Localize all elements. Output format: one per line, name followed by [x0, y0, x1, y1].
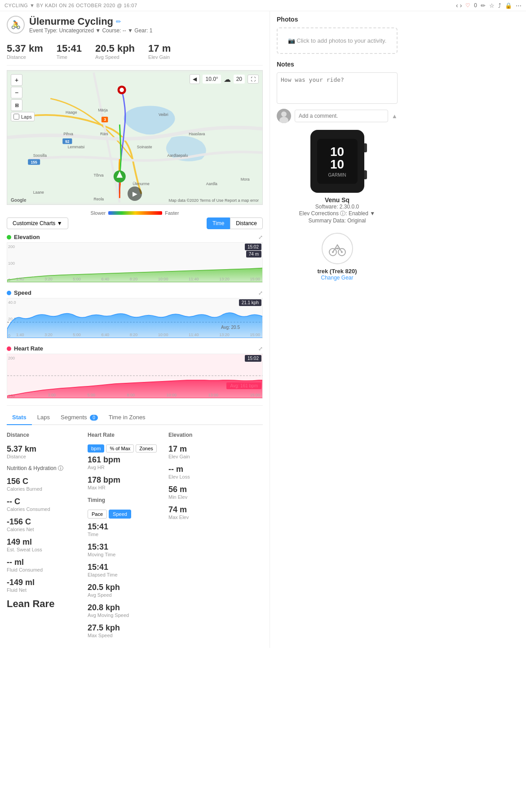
add-photo-box[interactable]: 📷 Click to add photos to your activity. [277, 27, 398, 54]
right-sidebar: Photos 📷 Click to add photos to your act… [270, 11, 404, 648]
map-container: Pihva Haage Lemmatsi Soosilla Märja Räni… [7, 70, 263, 205]
tab-time-in-zones[interactable]: Time in Zones [103, 410, 151, 425]
speed-dot [7, 291, 11, 295]
timing-buttons: Pace Speed [88, 510, 168, 519]
time-block: 15:41 Time [88, 522, 168, 537]
elevation-tooltip: 15:02 [245, 244, 261, 250]
comment-submit-button[interactable]: ▲ [392, 113, 398, 120]
elev-loss-label: Elev Loss [168, 474, 249, 479]
map-arrow-left[interactable]: ◀ [190, 74, 200, 84]
speed-button[interactable]: Speed [109, 510, 131, 519]
watch-button-bottom [364, 170, 367, 179]
heart-rate-title: Heart Rate [7, 345, 43, 352]
avg-moving-speed-block: 20.8 kph Avg Moving Speed [88, 603, 168, 618]
min-elev-label: Min Elev [168, 494, 249, 500]
avg-speed-detail-block: 20.5 kph Avg Speed [88, 583, 168, 598]
elev-gain-value: 17 m [148, 43, 171, 54]
stat-distance: 5.37 km Distance [7, 43, 43, 60]
heart-count: 0 [474, 2, 477, 9]
svg-text:Aardlaepalu: Aardlaepalu [167, 153, 188, 158]
elev-gain-detail-label: Elev Gain [168, 454, 249, 459]
calories-consumed-block: -- C Calories Consumed [7, 497, 88, 512]
pct-max-button[interactable]: % of Max [106, 444, 134, 453]
more-icon[interactable]: ⋯ [516, 2, 522, 9]
avg-hr-value: 161 bpm [88, 455, 168, 465]
zones-button[interactable]: Zones [136, 444, 157, 453]
heart-rate-time-badge: 15:02 [245, 355, 261, 362]
svg-text:Soinaste: Soinaste [137, 145, 152, 149]
speed-x-labels: 1:403:205:006:408:2010:0011:4013:2015:00 [16, 332, 260, 338]
activity-meta: Event Type: Uncategorized ▼ Course: -- ▼… [29, 27, 152, 34]
elevation-expand-icon[interactable]: ⤢ [258, 234, 263, 240]
watch-image: 10 10 GARMIN [310, 130, 364, 193]
laps-checkbox[interactable] [13, 114, 19, 120]
play-button[interactable]: ▶ [128, 186, 142, 201]
activity-title-block: Ülenurme Cycling ✏ Event Type: Uncategor… [29, 16, 152, 34]
gear-section: trek (Trek 820) Change Gear [277, 233, 398, 281]
svg-text:3: 3 [104, 117, 106, 122]
avg-speed-value: 20.5 kph [95, 43, 135, 54]
speed-expand-icon[interactable]: ⤢ [258, 290, 263, 296]
fluid-net-block: -149 ml Fluid Net [7, 578, 88, 593]
speed-chart-header: Speed ⤢ [7, 289, 263, 296]
google-branding: Google [11, 198, 26, 203]
tab-stats[interactable]: Stats [7, 410, 32, 425]
laps-toggle[interactable]: Laps [11, 112, 35, 121]
time-button[interactable]: Time [207, 217, 230, 229]
stat-avg-speed: 20.5 kph Avg Speed [95, 43, 135, 60]
heart-rate-expand-icon[interactable]: ⤢ [258, 346, 263, 352]
notes-input[interactable] [277, 72, 398, 104]
svg-point-34 [281, 111, 287, 117]
lock-icon[interactable]: 🔒 [505, 2, 512, 9]
lean-rare-value: Lean Rare [7, 598, 88, 610]
comment-input[interactable] [295, 110, 388, 122]
edit-icon[interactable]: ✏ [481, 2, 486, 9]
customize-charts-row: Customize Charts ▼ Time Distance [7, 217, 263, 229]
tab-laps[interactable]: Laps [32, 410, 55, 425]
pace-button[interactable]: Pace [88, 510, 107, 519]
faster-label: Faster [165, 210, 179, 216]
zoom-out-button[interactable]: − [11, 87, 22, 98]
change-gear-button[interactable]: Change Gear [277, 275, 398, 281]
distance-detail-label: Distance [7, 454, 88, 459]
fluid-net-value: -149 ml [7, 578, 88, 587]
comment-row: ▲ [277, 109, 398, 123]
photos-title: Photos [277, 16, 398, 23]
main-layout: 🚴 Ülenurme Cycling ✏ Event Type: Uncateg… [0, 11, 526, 648]
photos-section: Photos 📷 Click to add photos to your act… [277, 16, 398, 54]
bpm-button[interactable]: bpm [88, 444, 104, 453]
segments-badge: 0 [90, 415, 98, 421]
nav-arrows: ‹ › [456, 2, 462, 9]
zoom-in-button[interactable]: + [11, 74, 22, 86]
stats-detail-grid: Distance 5.37 km Distance Nutrition & Hy… [7, 432, 263, 643]
fullscreen-icon[interactable]: ⛶ [248, 75, 259, 84]
prev-arrow[interactable]: ‹ [456, 2, 458, 9]
speed-legend: Slower Faster [7, 209, 263, 217]
heart-rate-section-title: Heart Rate [88, 432, 168, 440]
stat-elev-gain: 17 m Elev Gain [148, 43, 171, 60]
min-elev-value: 56 m [168, 485, 249, 494]
map-terms: Map data ©2020 Terms of Use Report a map… [168, 198, 259, 203]
heart-rate-timing-column: Heart Rate bpm % of Max Zones 161 bpm Av… [88, 432, 168, 643]
elevation-chart-area: 15:02 74 m 200 100 0 [7, 242, 263, 283]
elevation-dot [7, 235, 11, 240]
left-column: 🚴 Ülenurme Cycling ✏ Event Type: Uncateg… [0, 11, 270, 648]
svg-text:Haaslava: Haaslava [189, 132, 205, 136]
layers-button[interactable]: ⊞ [11, 99, 22, 111]
edit-title-icon[interactable]: ✏ [116, 18, 121, 25]
customize-charts-button[interactable]: Customize Charts ▼ [7, 217, 68, 229]
svg-text:Ülenurme: Ülenurme [133, 182, 150, 186]
next-arrow[interactable]: › [460, 2, 462, 9]
elev-gain-detail-block: 17 m Elev Gain [168, 444, 249, 459]
svg-text:92: 92 [65, 139, 70, 144]
share-icon[interactable]: ⤴ [498, 2, 501, 9]
tab-segments[interactable]: Segments 0 [55, 410, 103, 425]
calories-consumed-label: Calories Consumed [7, 506, 88, 512]
heart-icon[interactable]: ♡ [465, 2, 470, 9]
min-elev-block: 56 m Min Elev [168, 485, 249, 500]
star-icon[interactable]: ☆ [489, 2, 495, 9]
map-temperature: 10.0° [203, 75, 221, 84]
notes-title: Notes [277, 61, 398, 68]
svg-text:Aardla: Aardla [206, 182, 217, 186]
distance-button[interactable]: Distance [230, 217, 263, 229]
